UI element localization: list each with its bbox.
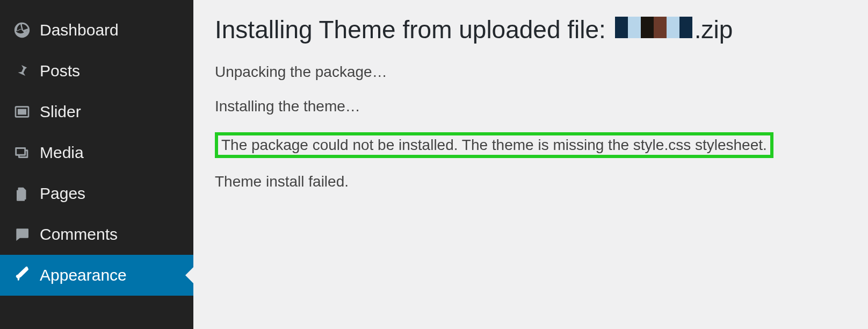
comments-icon <box>10 224 34 245</box>
filename-redacted <box>615 15 692 44</box>
status-installing: Installing the theme… <box>215 98 847 115</box>
sidebar-item-slider[interactable]: Slider <box>0 91 193 132</box>
slider-icon <box>10 101 34 123</box>
sidebar-item-label: Pages <box>40 184 85 203</box>
main-content: Installing Theme from uploaded file: .zi… <box>193 0 868 329</box>
sidebar-item-label: Slider <box>40 103 81 121</box>
pages-icon <box>10 183 34 204</box>
svg-rect-1 <box>18 109 26 115</box>
sidebar-item-media[interactable]: Media <box>0 132 193 173</box>
dashboard-icon <box>10 19 34 41</box>
sidebar-item-label: Media <box>40 144 84 162</box>
admin-sidebar: Dashboard Posts Slider Media Pages Comme… <box>0 0 193 329</box>
sidebar-item-comments[interactable]: Comments <box>0 214 193 255</box>
media-icon <box>10 142 34 163</box>
sidebar-item-posts[interactable]: Posts <box>0 51 193 91</box>
brush-icon <box>10 264 34 286</box>
status-unpacking: Unpacking the package… <box>215 63 847 81</box>
sidebar-item-label: Posts <box>40 62 80 80</box>
status-failed: Theme install failed. <box>215 173 847 190</box>
sidebar-item-label: Dashboard <box>40 21 119 39</box>
status-error-highlighted: The package could not be installed. The … <box>215 132 773 158</box>
svg-point-2 <box>18 150 20 152</box>
sidebar-item-dashboard[interactable]: Dashboard <box>0 10 193 51</box>
page-title: Installing Theme from uploaded file: .zi… <box>215 15 847 48</box>
sidebar-item-pages[interactable]: Pages <box>0 173 193 214</box>
sidebar-item-label: Comments <box>40 225 118 244</box>
title-suffix: .zip <box>695 16 733 44</box>
sidebar-item-label: Appearance <box>40 266 127 284</box>
title-prefix: Installing Theme from uploaded file: <box>215 16 613 44</box>
pin-icon <box>10 60 34 82</box>
sidebar-item-appearance[interactable]: Appearance <box>0 255 193 296</box>
